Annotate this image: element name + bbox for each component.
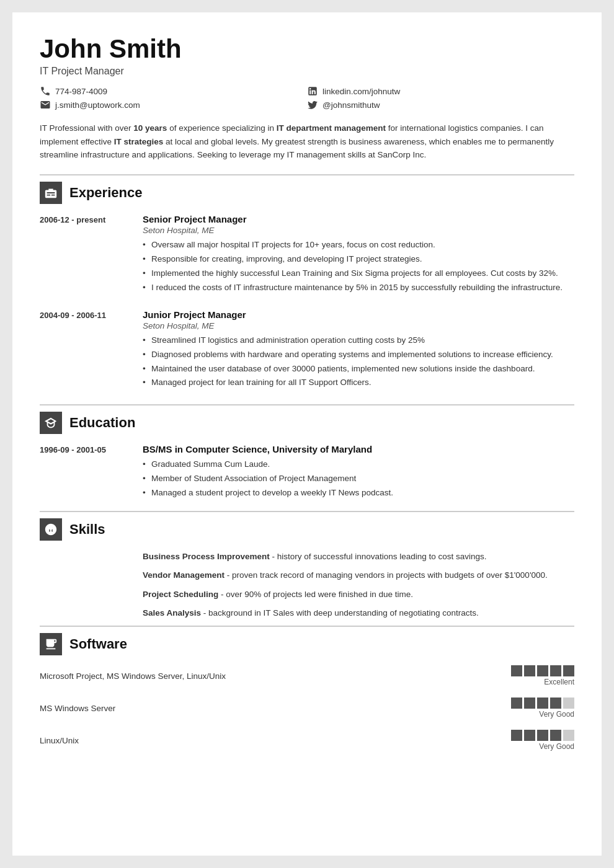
contact-linkedin: linkedin.com/johnutw [307, 86, 574, 97]
software-title: Software [69, 636, 127, 652]
entry-company-1: Seton Hospital, ME [143, 226, 574, 235]
edu-degree-1: BS/MS in Computer Science, University of… [143, 444, 574, 454]
phone-icon [40, 86, 51, 97]
linkedin-icon [307, 86, 318, 97]
bullet-item: Graduated Summa Cum Laude. [143, 458, 574, 471]
software-entry-2: MS Windows Server Very Good [40, 698, 574, 719]
email-icon [40, 99, 51, 110]
experience-title: Experience [69, 185, 142, 201]
dot [563, 730, 574, 741]
skills-title: Skills [69, 521, 105, 538]
entry-company-2: Seton Hospital, ME [143, 321, 574, 330]
software-rating-3: Very Good [511, 730, 574, 751]
skill-entry-3: Project Scheduling - over 90% of project… [40, 588, 574, 601]
skills-entries: Business Process Improvement - history o… [40, 551, 574, 619]
entry-role-1: Senior Project Manager [143, 214, 574, 224]
contact-grid: 774-987-4009 linkedin.com/johnutw j. [40, 86, 574, 110]
bullet-item: Oversaw all major hospital IT projects f… [143, 239, 574, 252]
contact-phone: 774-987-4009 [40, 86, 307, 97]
bullet-item: I reduced the costs of IT infrastructure… [143, 281, 574, 294]
entry-date-2: 2004-09 - 2006-11 [40, 309, 133, 391]
dot [511, 665, 522, 676]
skills-icon [40, 518, 62, 541]
rating-dots-3 [511, 730, 574, 741]
skill-text-3: Project Scheduling - over 90% of project… [143, 588, 574, 601]
education-header: Education [40, 404, 574, 434]
software-rating-2: Very Good [511, 698, 574, 719]
dot [537, 665, 548, 676]
dot [511, 730, 522, 741]
education-entry-1: 1996-09 - 2001-05 BS/MS in Computer Scie… [40, 444, 574, 501]
dot [550, 665, 561, 676]
education-title: Education [69, 415, 135, 431]
skill-text-2: Vendor Management - proven track record … [143, 569, 574, 582]
dot [524, 665, 535, 676]
entry-bullets-2: Streamlined IT logistics and administrat… [143, 334, 574, 390]
bullet-item: Implemented the highly successful Lean T… [143, 267, 574, 280]
rating-dots-1 [511, 665, 574, 676]
experience-icon [40, 182, 62, 204]
resume-container: John Smith IT Project Manager 774-987-40… [12, 12, 602, 856]
education-section: Education 1996-09 - 2001-05 BS/MS in Com… [40, 404, 574, 501]
contact-email: j.smith@uptowork.com [40, 99, 307, 110]
software-section: Software Microsoft Project, MS Windows S… [40, 626, 574, 751]
software-name-2: MS Windows Server [40, 704, 499, 713]
skill-entry-4: Sales Analysis - background in IT Sales … [40, 607, 574, 619]
twitter-value: @johnsmithutw [323, 100, 380, 110]
dot [537, 698, 548, 709]
bullet-item: Streamlined IT logistics and administrat… [143, 334, 574, 347]
bullet-item: Managed a student project to develop a w… [143, 487, 574, 500]
twitter-icon [307, 99, 318, 110]
software-name-1: Microsoft Project, MS Windows Server, Li… [40, 671, 499, 681]
dot [550, 730, 561, 741]
email-value: j.smith@uptowork.com [55, 100, 140, 110]
skill-text-1: Business Process Improvement - history o… [143, 551, 574, 563]
skills-header: Skills [40, 511, 574, 541]
candidate-title: IT Project Manager [40, 66, 574, 77]
dot [563, 698, 574, 709]
dot [524, 730, 535, 741]
candidate-name: John Smith [40, 35, 574, 63]
edu-date-1: 1996-09 - 2001-05 [40, 444, 133, 501]
edu-content-1: BS/MS in Computer Science, University of… [143, 444, 574, 501]
experience-section: Experience 2006-12 - present Senior Proj… [40, 174, 574, 391]
entry-date-1: 2006-12 - present [40, 214, 133, 296]
software-entry-1: Microsoft Project, MS Windows Server, Li… [40, 665, 574, 686]
dot [511, 698, 522, 709]
experience-entry-1: 2006-12 - present Senior Project Manager… [40, 214, 574, 296]
entry-content-1: Senior Project Manager Seton Hospital, M… [143, 214, 574, 296]
bullet-item: Member of Student Association of Project… [143, 472, 574, 485]
dot [524, 698, 535, 709]
bullet-item: Diagnosed problems with hardware and ope… [143, 348, 574, 361]
software-entry-3: Linux/Unix Very Good [40, 730, 574, 751]
experience-entry-2: 2004-09 - 2006-11 Junior Project Manager… [40, 309, 574, 391]
dot [550, 698, 561, 709]
education-icon [40, 412, 62, 434]
rating-label-1: Excellent [544, 678, 574, 686]
rating-label-3: Very Good [539, 742, 574, 751]
linkedin-value: linkedin.com/johnutw [323, 87, 400, 96]
bullet-item: Responsible for creating, improving, and… [143, 253, 574, 266]
software-header: Software [40, 626, 574, 655]
entry-bullets-1: Oversaw all major hospital IT projects f… [143, 239, 574, 294]
bullet-item: Managed project for lean training for al… [143, 376, 574, 389]
summary-text: IT Professional with over 10 years of ex… [40, 122, 574, 162]
software-icon [40, 633, 62, 655]
entry-role-2: Junior Project Manager [143, 309, 574, 320]
rating-label-2: Very Good [539, 710, 574, 719]
edu-bullets-1: Graduated Summa Cum Laude. Member of Stu… [143, 458, 574, 500]
skill-text-4: Sales Analysis - background in IT Sales … [143, 607, 574, 619]
entry-content-2: Junior Project Manager Seton Hospital, M… [143, 309, 574, 391]
skill-entry-2: Vendor Management - proven track record … [40, 569, 574, 582]
skills-section: Skills Business Process Improvement - hi… [40, 511, 574, 619]
skill-entry-1: Business Process Improvement - history o… [40, 551, 574, 563]
contact-twitter: @johnsmithutw [307, 99, 574, 110]
dot [563, 665, 574, 676]
software-name-3: Linux/Unix [40, 736, 499, 745]
software-rating-1: Excellent [511, 665, 574, 686]
dot [537, 730, 548, 741]
experience-header: Experience [40, 174, 574, 204]
phone-value: 774-987-4009 [55, 87, 107, 96]
rating-dots-2 [511, 698, 574, 709]
bullet-item: Maintained the user database of over 300… [143, 363, 574, 376]
